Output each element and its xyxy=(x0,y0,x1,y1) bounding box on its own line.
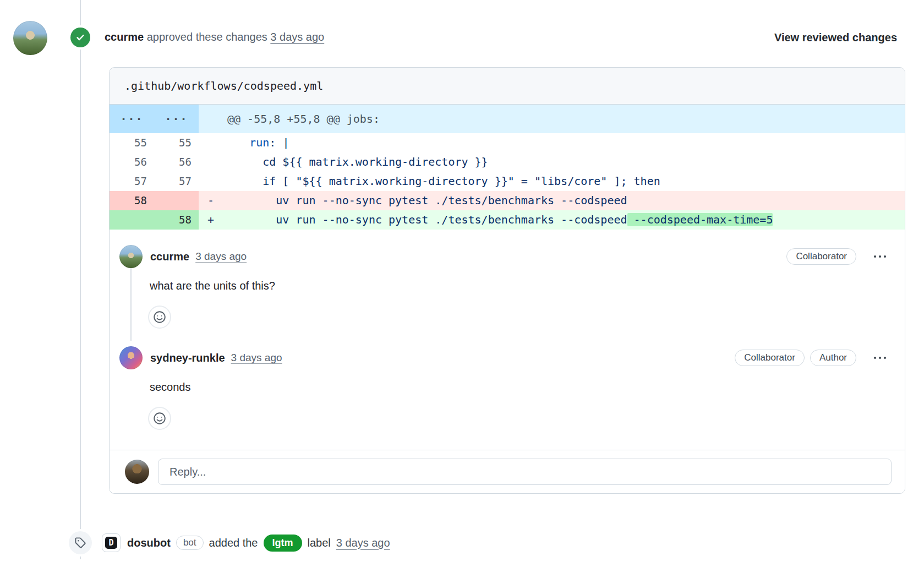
approved-check-icon xyxy=(70,28,90,47)
current-user-avatar xyxy=(125,460,149,484)
avatar[interactable] xyxy=(119,346,143,369)
avatar[interactable] xyxy=(13,21,47,55)
diff-sign xyxy=(199,133,223,152)
collaborator-badge: Collaborator xyxy=(786,248,856,265)
diff-sign xyxy=(199,172,223,191)
comment: ccurme 3 days ago Collaborator what are … xyxy=(119,245,892,329)
diff-sign: - xyxy=(199,191,223,210)
hunk-dots-old: ... xyxy=(110,102,154,130)
review-thread-card: .github/workflows/codspeed.yml ...... @@… xyxy=(109,67,905,494)
comment-options-button[interactable] xyxy=(871,353,889,362)
old-line-number: 58 xyxy=(110,191,154,210)
new-line-number xyxy=(154,191,199,210)
file-path[interactable]: .github/workflows/codspeed.yml xyxy=(124,79,323,92)
reply-row xyxy=(110,450,905,493)
added-word-highlight: --codspeed-max-time=5 xyxy=(627,213,773,226)
label-event-row: D dosubot bot added the lgtm label 3 day… xyxy=(69,530,390,556)
tag-icon xyxy=(69,531,92,554)
old-line-number: 55 xyxy=(110,133,154,152)
review-timestamp-link[interactable]: 3 days ago xyxy=(270,31,324,43)
timeline-line xyxy=(80,0,81,559)
hunk-dots-new: ... xyxy=(154,102,199,130)
dosubot-logo: D xyxy=(105,537,117,549)
comment-badges: Collaborator Author xyxy=(735,350,892,366)
code-text: if [ "${{ matrix.working-directory }}" =… xyxy=(223,172,905,191)
review-event-text: ccurme approved these changes 3 days ago xyxy=(105,31,324,43)
view-reviewed-changes-button[interactable]: View reviewed changes xyxy=(774,31,897,44)
pr-review-timeline: { "review": { "author": "ccurme", "actio… xyxy=(0,0,924,578)
comment: sydney-runkle 3 days ago Collaborator Au… xyxy=(119,346,892,430)
actor-name[interactable]: dosubot xyxy=(127,537,171,549)
diff-file-header: .github/workflows/codspeed.yml xyxy=(110,68,905,105)
review-action: approved these changes xyxy=(147,31,267,43)
new-line-number: 55 xyxy=(154,133,199,152)
hunk-gutter[interactable]: ...... xyxy=(110,105,199,133)
diff-sign xyxy=(199,152,223,172)
code-text: uv run --no-sync pytest ./tests/benchmar… xyxy=(223,191,905,210)
comment-badges: Collaborator xyxy=(786,248,892,265)
comment-timestamp-link[interactable]: 3 days ago xyxy=(195,250,247,263)
hunk-header: @@ -55,8 +55,8 @@ jobs: xyxy=(199,105,905,133)
old-line-number xyxy=(110,210,154,230)
author-badge: Author xyxy=(810,350,856,366)
comment-author[interactable]: ccurme xyxy=(150,250,189,263)
comment-header: sydney-runkle 3 days ago Collaborator Au… xyxy=(119,346,892,369)
comment-body: what are the units of this? xyxy=(150,278,892,293)
new-line-number: 56 xyxy=(154,152,199,172)
old-line-number: 56 xyxy=(110,152,154,172)
code-text: cd ${{ matrix.working-directory }} xyxy=(223,152,905,172)
diff-viewer: ...... @@ -55,8 +55,8 @@ jobs: 55 55 run… xyxy=(110,105,905,230)
code-text: run: | xyxy=(223,133,905,152)
diff-sign: + xyxy=(199,210,223,230)
avatar[interactable] xyxy=(119,245,143,268)
comment-thread: ccurme 3 days ago Collaborator what are … xyxy=(110,230,905,450)
add-reaction-button[interactable] xyxy=(148,407,171,430)
code-text: uv run --no-sync pytest ./tests/benchmar… xyxy=(223,210,905,230)
comment-author[interactable]: sydney-runkle xyxy=(150,352,225,364)
diff-line-addition[interactable]: 58 + uv run --no-sync pytest ./tests/ben… xyxy=(110,210,905,230)
diff-line-context[interactable]: 56 56 cd ${{ matrix.working-directory }} xyxy=(110,152,905,172)
dosubot-avatar[interactable]: D xyxy=(102,533,121,552)
comment-body: seconds xyxy=(150,379,892,395)
event-action-post: label xyxy=(308,537,331,549)
new-line-number: 58 xyxy=(154,210,199,230)
bot-badge: bot xyxy=(176,536,204,550)
lgtm-label[interactable]: lgtm xyxy=(264,535,302,552)
label-event-text: dosubot bot added the lgtm label 3 days … xyxy=(127,535,390,552)
comment-header: ccurme 3 days ago Collaborator xyxy=(119,245,892,268)
diff-line-deletion[interactable]: 58 - uv run --no-sync pytest ./tests/ben… xyxy=(110,191,905,210)
reply-input[interactable] xyxy=(158,459,892,485)
comment-timestamp-link[interactable]: 3 days ago xyxy=(231,352,282,364)
review-author[interactable]: ccurme xyxy=(105,31,144,43)
new-line-number: 57 xyxy=(154,172,199,191)
old-line-number: 57 xyxy=(110,172,154,191)
diff-hunk-row: ...... @@ -55,8 +55,8 @@ jobs: xyxy=(110,105,905,133)
comment-options-button[interactable] xyxy=(871,252,889,261)
collaborator-badge: Collaborator xyxy=(735,350,805,366)
diff-line-context[interactable]: 57 57 if [ "${{ matrix.working-directory… xyxy=(110,172,905,191)
event-timestamp-link[interactable]: 3 days ago xyxy=(336,537,390,549)
diff-line-context[interactable]: 55 55 run: | xyxy=(110,133,905,152)
event-action-pre: added the xyxy=(209,537,258,549)
add-reaction-button[interactable] xyxy=(148,306,171,329)
